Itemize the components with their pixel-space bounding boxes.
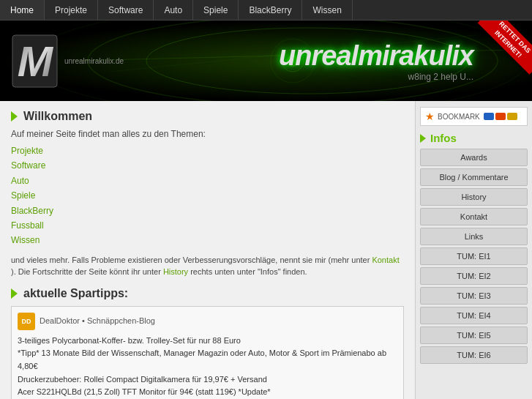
- bm-icon-2: [495, 113, 506, 120]
- nav-item-spiele[interactable]: Spiele: [193, 0, 239, 20]
- infos-section-header: Infos: [420, 132, 528, 144]
- welcome-arrow-icon: [11, 111, 18, 122]
- bookmark-icon: ★: [425, 111, 435, 122]
- ribbon-text: RETTET DAS INTERNET!: [478, 20, 532, 75]
- spartipps-section-header: aktuelle Spartipps:: [11, 287, 404, 300]
- welcome-title: Willkommen: [23, 110, 92, 123]
- sidebar-menu-item-tum--ei1[interactable]: TUM: EI1: [420, 247, 528, 265]
- welcome-link-software[interactable]: Software: [11, 158, 404, 173]
- spartipps-content-list: 3-teiliges Polycarbonat-Koffer- bzw. Tro…: [18, 335, 397, 399]
- sidebar: ★ BOOKMARK Infos AwardsBlog / Kommentare…: [415, 101, 532, 399]
- bookmark-bar: ★ BOOKMARK: [420, 107, 528, 126]
- bm-icon-3: [507, 113, 517, 120]
- spartipps-item: *Tipp* 13 Monate Bild der Wissenschaft, …: [18, 347, 397, 373]
- nav-item-blackberry[interactable]: BlackBerry: [239, 0, 302, 20]
- welcome-section-header: Willkommen: [11, 110, 404, 123]
- header-title-block: unrealmirakulix w8ing 2 help U...: [279, 40, 473, 82]
- nav-item-home[interactable]: Home: [0, 0, 45, 20]
- welcome-link-auto[interactable]: Auto: [11, 174, 404, 188]
- infos-arrow-icon: [420, 134, 426, 143]
- welcome-link-fussball[interactable]: Fussball: [11, 218, 404, 233]
- nav-item-projekte[interactable]: Projekte: [45, 0, 98, 20]
- spartipps-blog-header: DD DealDoktor • Schnäppchen-Blog: [18, 313, 397, 330]
- logo-url: unrealmirakulix.de: [64, 57, 124, 65]
- spartipps-item: Druckerzubehoer: Rollei Compact Digitalk…: [18, 373, 397, 387]
- main-layout: Willkommen Auf meiner Seite findet man a…: [0, 101, 532, 399]
- header-logo: M unrealmirakulix.de: [0, 34, 124, 89]
- nav-item-wissen[interactable]: Wissen: [302, 0, 352, 20]
- deal-icon: DD: [18, 313, 35, 330]
- site-title: unrealmirakulix: [279, 40, 473, 72]
- welcome-links-list: ProjekteSoftwareAutoSpieleBlackBerryFuss…: [11, 143, 404, 248]
- sidebar-menu-item-blog---kommentare[interactable]: Blog / Kommentare: [420, 168, 528, 186]
- sidebar-menu-item-tum--ei2[interactable]: TUM: EI2: [420, 267, 528, 285]
- sidebar-menu-item-kontakt[interactable]: Kontakt: [420, 208, 528, 225]
- spartipps-arrow-icon: [11, 288, 18, 299]
- infos-title: Infos: [430, 132, 457, 144]
- navbar: HomeProjekteSoftwareAutoSpieleBlackBerry…: [0, 0, 532, 20]
- sidebar-menu-item-history[interactable]: History: [420, 188, 528, 206]
- welcome-footer-text: und vieles mehr. Falls Probleme existier…: [11, 254, 404, 278]
- welcome-link-wissen[interactable]: Wissen: [11, 233, 404, 247]
- corner-ribbon: RETTET DAS INTERNET!: [459, 20, 532, 94]
- sidebar-menu-item-tum--ei5[interactable]: TUM: EI5: [420, 327, 528, 344]
- welcome-link-spiele[interactable]: Spiele: [11, 188, 404, 203]
- welcome-link-projekte[interactable]: Projekte: [11, 143, 404, 158]
- welcome-link-blackberry[interactable]: BlackBerry: [11, 204, 404, 218]
- spartipps-section: aktuelle Spartipps: DD DealDoktor • Schn…: [11, 287, 404, 399]
- welcome-intro: Auf meiner Seite findet man alles zu den…: [11, 129, 404, 139]
- bm-icon-1: [484, 113, 494, 120]
- spartipps-title: aktuelle Spartipps:: [23, 287, 128, 300]
- kontakt-link[interactable]: Kontakt: [372, 256, 399, 264]
- svg-text:M: M: [18, 37, 54, 85]
- sidebar-menu-item-tum--ei3[interactable]: TUM: EI3: [420, 287, 528, 305]
- spartipps-item: Acer S221HQLBd (21,5 Zoll) TFT Monitor f…: [18, 386, 397, 399]
- logo-m-svg: M: [11, 34, 59, 89]
- sidebar-menu-item-tum--ei6[interactable]: TUM: EI6: [420, 346, 528, 364]
- site-subtitle: w8ing 2 help U...: [279, 72, 473, 82]
- bookmark-label: BOOKMARK: [438, 113, 480, 121]
- nav-item-software[interactable]: Software: [98, 0, 154, 20]
- main-content: Willkommen Auf meiner Seite findet man a…: [0, 101, 415, 399]
- sidebar-menu-item-links[interactable]: Links: [420, 228, 528, 245]
- spartipps-item: 3-teiliges Polycarbonat-Koffer- bzw. Tro…: [18, 335, 397, 348]
- deal-blog-title: DealDoktor • Schnäppchen-Blog: [40, 315, 155, 328]
- sidebar-menu: AwardsBlog / KommentareHistoryKontaktLin…: [420, 149, 528, 364]
- header: M unrealmirakulix.de unrealmirakulix w8i…: [0, 20, 532, 101]
- sidebar-menu-item-tum--ei4[interactable]: TUM: EI4: [420, 307, 528, 324]
- history-link[interactable]: History: [163, 267, 188, 276]
- nav-item-auto[interactable]: Auto: [154, 0, 193, 20]
- spartipps-box: DD DealDoktor • Schnäppchen-Blog 3-teili…: [11, 306, 404, 399]
- sidebar-menu-item-awards[interactable]: Awards: [420, 149, 528, 166]
